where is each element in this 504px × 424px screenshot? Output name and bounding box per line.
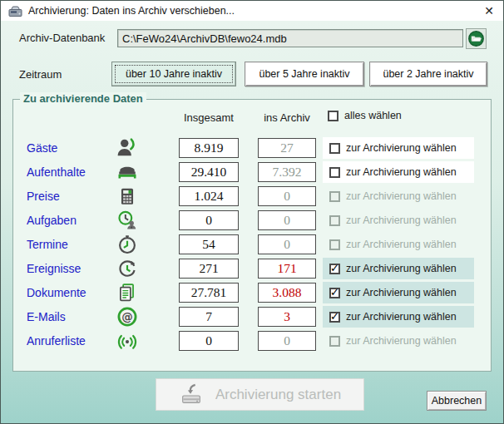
- row-checkbox: [329, 191, 340, 202]
- row-label: Aufenthalte: [27, 165, 86, 179]
- app-icon: [8, 5, 22, 17]
- row-checkbox-label: zur Archivierung wählen: [346, 311, 457, 323]
- groupbox-title: Zu archivierende Daten: [20, 92, 146, 105]
- data-row-emails: E-Mails @ 7 3 zur Archivierung wählen: [13, 305, 491, 329]
- archive-data-groupbox: Zu archivierende Daten Insgesamt ins Arc…: [12, 99, 492, 372]
- svg-text:@: @: [121, 310, 133, 323]
- open-archive-db-icon: [467, 30, 485, 47]
- archive-value-box: 3.088: [258, 283, 316, 303]
- window-title: Archivierung: Daten ins Archiv verschieb…: [28, 5, 235, 17]
- archive-select-strip: zur Archivierung wählen: [323, 185, 474, 207]
- start-archiving-label: Archivierung starten: [215, 387, 341, 403]
- callers-icon: [116, 330, 138, 352]
- archive-value-box: 0: [258, 234, 316, 254]
- total-value-box: 29.410: [179, 162, 239, 182]
- row-label: E-Mails: [27, 310, 66, 323]
- cancel-button[interactable]: Abbrechen: [427, 391, 487, 411]
- appointments-icon: [116, 234, 138, 255]
- data-row-anruferliste: Anruferliste 0 0 zur Archivierung wählen: [13, 329, 491, 353]
- row-checkbox-label: zur Archivierung wählen: [346, 287, 457, 298]
- archive-value-box: 27: [258, 138, 316, 158]
- data-row-gaeste: Gäste 8.919 27 zur Archivierung wählen: [13, 136, 491, 160]
- archive-drive-icon: [179, 382, 204, 407]
- archive-select-strip: zur Archivierung wählen: [323, 234, 474, 255]
- row-checkbox[interactable]: [329, 167, 340, 178]
- archive-select-strip: zur Archivierung wählen: [323, 330, 474, 352]
- stays-icon: [116, 161, 138, 183]
- row-checkbox-label: zur Archivierung wählen: [346, 239, 457, 250]
- row-checkbox-label: zur Archivierung wählen: [346, 142, 457, 154]
- total-value-box: 0: [179, 331, 239, 351]
- total-value-box: 54: [179, 234, 239, 254]
- row-checkbox-label: zur Archivierung wählen: [346, 190, 457, 202]
- period-button-10-years[interactable]: über 10 Jahre inaktiv: [111, 62, 236, 86]
- total-value-box: 271: [179, 259, 239, 279]
- archive-value-box: 0: [258, 186, 316, 206]
- select-all-checkbox[interactable]: [328, 111, 338, 121]
- row-checkbox[interactable]: [329, 264, 340, 274]
- data-row-preise: Preise 1.024 0: [13, 185, 491, 209]
- database-path-field[interactable]: [117, 29, 463, 47]
- title-bar: Archivierung: Daten ins Archiv verschieb…: [1, 1, 503, 21]
- row-label: Preise: [27, 190, 60, 203]
- row-checkbox[interactable]: [329, 312, 340, 323]
- data-row-termine: Termine 54 0 zur Archivierung wählen: [13, 233, 491, 257]
- column-header-archive: ins Archiv: [258, 111, 316, 124]
- emails-icon: @: [116, 306, 138, 328]
- row-checkbox: [329, 336, 340, 347]
- total-value-box: 7: [179, 307, 239, 327]
- dialog-body: Archiv-Datenbank Zeitraum über 10 Jahre …: [1, 21, 503, 423]
- period-label: Zeitraum: [19, 68, 62, 81]
- data-row-dokumente: Dokumente 27.781 3.088 zur Archivierung …: [13, 281, 491, 305]
- row-checkbox-label: zur Archivierung wählen: [346, 263, 457, 274]
- row-checkbox-label: zur Archivierung wählen: [346, 214, 457, 226]
- row-label: Anruferliste: [27, 334, 86, 348]
- archive-value-box: 3: [258, 307, 316, 327]
- row-label: Dokumente: [27, 286, 86, 299]
- archive-select-strip: zur Archivierung wählen: [323, 161, 474, 183]
- total-value-box: 0: [179, 210, 239, 230]
- row-checkbox-label: zur Archivierung wählen: [346, 166, 457, 178]
- open-archive-db-button[interactable]: [466, 28, 487, 49]
- row-checkbox[interactable]: [329, 288, 340, 298]
- archive-select-strip: zur Archivierung wählen: [323, 137, 474, 159]
- guests-icon: [116, 137, 138, 159]
- data-row-aufenthalte: Aufenthalte 29.410 7.392 zur Archivierun…: [13, 160, 491, 185]
- tasks-icon: [116, 210, 138, 231]
- period-button-5-years[interactable]: über 5 Jahre inaktiv: [245, 62, 364, 86]
- select-all-label: alles wählen: [344, 110, 402, 121]
- column-header-total: Insgesamt: [179, 111, 239, 124]
- total-value-box: 27.781: [179, 283, 239, 303]
- archive-value-box: 171: [258, 259, 316, 279]
- database-label: Archiv-Datenbank: [19, 32, 105, 44]
- row-checkbox-label: zur Archivierung wählen: [346, 335, 457, 347]
- archive-value-box: 7.392: [258, 162, 316, 182]
- close-icon[interactable]: ✕: [480, 2, 498, 19]
- row-label: Aufgaben: [27, 214, 77, 227]
- archive-value-box: 0: [258, 210, 316, 230]
- row-label: Gäste: [27, 141, 57, 155]
- total-value-box: 8.919: [179, 138, 239, 158]
- archive-select-strip: zur Archivierung wählen: [323, 210, 474, 231]
- period-button-2-years[interactable]: über 2 Jahre inaktiv: [369, 62, 487, 86]
- total-value-box: 1.024: [179, 186, 239, 206]
- data-row-ereignisse: Ereignisse 271 171 zur Archivierung wähl…: [13, 257, 491, 281]
- row-checkbox: [329, 239, 340, 250]
- events-icon: [116, 258, 138, 279]
- archiving-dialog-window: Archivierung: Daten ins Archiv verschieb…: [0, 0, 504, 424]
- row-label: Ereignisse: [27, 262, 81, 275]
- row-checkbox[interactable]: [329, 143, 340, 154]
- archive-select-strip: zur Archivierung wählen: [323, 258, 474, 279]
- documents-icon: [116, 282, 138, 303]
- prices-icon: [116, 185, 138, 207]
- select-all-row: alles wählen: [328, 110, 402, 121]
- archive-select-strip: zur Archivierung wählen: [323, 306, 474, 328]
- row-checkbox: [329, 215, 340, 226]
- data-row-aufgaben: Aufgaben 0 0 zur Archivierung wählen: [13, 209, 491, 233]
- archive-select-strip: zur Archivierung wählen: [323, 282, 474, 303]
- archive-value-box: 0: [258, 331, 316, 351]
- row-label: Termine: [27, 238, 68, 251]
- start-archiving-button[interactable]: Archivierung starten: [156, 378, 364, 411]
